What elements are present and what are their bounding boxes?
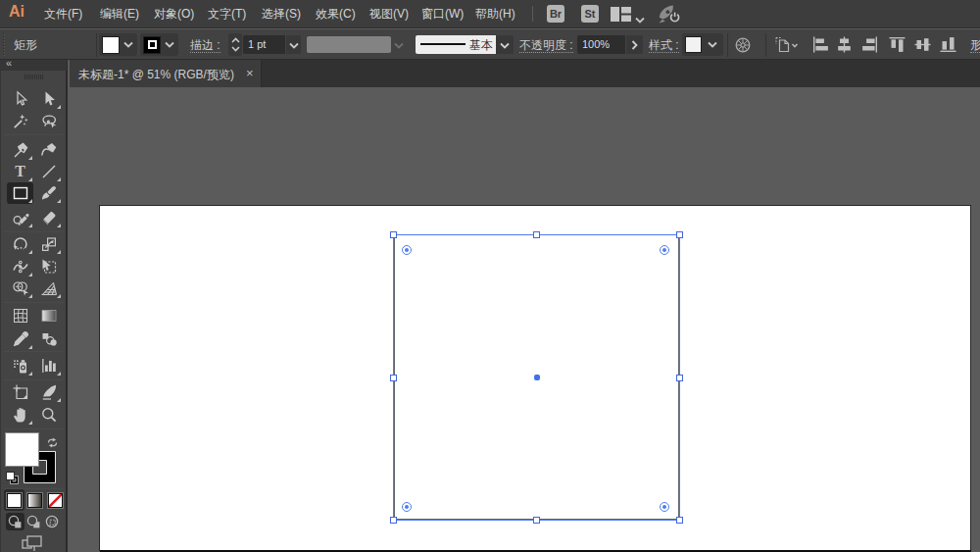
stroke-style-dropdown[interactable]: 基本: [416, 35, 496, 54]
gradient-mode-button[interactable]: [24, 489, 45, 511]
tool-slice[interactable]: [35, 381, 62, 403]
menu-window[interactable]: 窗口(W): [416, 0, 469, 27]
workspace-layout-icon[interactable]: [611, 7, 631, 25]
tool-free-transform[interactable]: [35, 256, 62, 277]
tool-shape-builder[interactable]: [7, 277, 33, 299]
menu-file[interactable]: 文件(F): [38, 0, 88, 27]
align-middle-icon[interactable]: [914, 36, 931, 57]
tool-line-segment[interactable]: [35, 161, 62, 182]
tool-type[interactable]: T: [7, 161, 33, 182]
align-top-icon[interactable]: [889, 36, 906, 57]
menu-effect[interactable]: 效果(C): [310, 0, 362, 27]
live-corner-widget-nw[interactable]: [402, 245, 412, 255]
tool-rectangle[interactable]: [7, 182, 33, 204]
align-bottom-icon[interactable]: [940, 36, 956, 57]
chevron-down-icon[interactable]: [635, 10, 645, 27]
controlbar-grip[interactable]: [3, 33, 6, 56]
selection-handle-w[interactable]: [390, 375, 397, 381]
tool-lasso[interactable]: [35, 111, 62, 132]
selection-center-point[interactable]: [534, 375, 540, 380]
selection-handle-sw[interactable]: [390, 517, 397, 524]
none-mode-button[interactable]: [45, 489, 66, 511]
tool-hand[interactable]: [7, 404, 33, 426]
default-fill-stroke-icon[interactable]: [6, 471, 19, 488]
selected-rectangle[interactable]: [394, 235, 679, 520]
selection-handle-e[interactable]: [676, 375, 683, 381]
selection-handle-se[interactable]: [676, 517, 683, 524]
align-left-icon[interactable]: [812, 36, 829, 57]
selection-handle-nw[interactable]: [390, 231, 397, 238]
stock-button[interactable]: St: [581, 5, 599, 23]
graphic-style-dropdown[interactable]: [682, 33, 723, 56]
tool-blend[interactable]: [35, 328, 62, 350]
tool-pen[interactable]: [7, 139, 33, 161]
live-corner-widget-se[interactable]: [660, 502, 669, 512]
style-swatch[interactable]: [685, 36, 702, 53]
live-corner-widget-sw[interactable]: [402, 502, 412, 512]
style-panel-link[interactable]: 样式 :: [649, 38, 679, 53]
align-to-artboard-icon[interactable]: [774, 36, 800, 58]
selection-handle-ne[interactable]: [676, 231, 683, 238]
align-center-icon[interactable]: [836, 36, 853, 57]
fill-proxy[interactable]: [6, 433, 38, 466]
opacity-panel-link[interactable]: 不透明度 :: [519, 38, 573, 53]
gpu-performance-rocket-icon[interactable]: [657, 3, 681, 28]
live-corner-widget-ne[interactable]: [660, 245, 669, 255]
fill-swatch[interactable]: [102, 36, 120, 54]
tool-curvature[interactable]: [35, 139, 62, 161]
tool-selection[interactable]: [7, 88, 33, 110]
tool-eyedropper[interactable]: [7, 328, 33, 350]
stepper-up-icon[interactable]: [231, 37, 240, 43]
tool-gradient[interactable]: [35, 305, 62, 326]
draw-inside-button[interactable]: [43, 513, 62, 530]
tool-rotate[interactable]: [7, 233, 33, 255]
fill-color-dropdown[interactable]: [99, 33, 137, 56]
stroke-style-chevron[interactable]: [496, 35, 514, 54]
swap-fill-stroke-icon[interactable]: [46, 434, 59, 452]
stroke-weight-dropdown[interactable]: [286, 35, 301, 54]
tool-eraser[interactable]: [35, 207, 62, 228]
align-right-icon[interactable]: [861, 36, 878, 57]
stroke-weight-stepper[interactable]: [228, 33, 242, 56]
selection-handle-n[interactable]: [533, 231, 540, 238]
width-profile-dropdown[interactable]: [307, 36, 391, 53]
pasteboard[interactable]: [70, 87, 980, 552]
draw-behind-button[interactable]: [24, 513, 43, 530]
tool-direct-selection[interactable]: [35, 88, 62, 110]
bridge-button[interactable]: Br: [547, 5, 564, 23]
stroke-weight-input[interactable]: 1 pt: [243, 35, 285, 54]
tools-panel-grip[interactable]: [24, 75, 43, 79]
tool-perspective-grid[interactable]: [35, 277, 62, 299]
stroke-color-dropdown[interactable]: [140, 33, 178, 56]
color-mode-button[interactable]: [4, 489, 24, 511]
tool-scale[interactable]: [35, 233, 62, 255]
app-logo[interactable]: Ai: [9, 3, 24, 21]
stroke-swatch[interactable]: [143, 36, 161, 54]
selection-handle-s[interactable]: [533, 517, 540, 524]
opacity-input[interactable]: 100%: [577, 35, 625, 54]
screen-mode-button[interactable]: [21, 535, 46, 552]
draw-normal-button[interactable]: [6, 513, 24, 530]
opacity-options-button[interactable]: [626, 35, 643, 54]
tool-mesh[interactable]: [7, 305, 33, 326]
menu-object[interactable]: 对象(O): [148, 0, 200, 27]
recolor-artwork-icon[interactable]: [735, 37, 751, 57]
tool-paintbrush[interactable]: [35, 182, 62, 204]
document-tab[interactable]: 未标题-1* @ 51% (RGB/预览) ×: [70, 60, 262, 87]
tool-symbol-sprayer[interactable]: [7, 355, 33, 376]
tool-shaper[interactable]: [7, 207, 33, 228]
tool-column-graph[interactable]: [35, 355, 62, 376]
menu-edit[interactable]: 编辑(E): [94, 0, 145, 27]
close-tab-icon[interactable]: ×: [246, 66, 254, 80]
stepper-down-icon[interactable]: [231, 46, 240, 52]
tool-zoom[interactable]: [35, 404, 62, 426]
tool-artboard[interactable]: [7, 381, 33, 403]
stroke-panel-link[interactable]: 描边 :: [190, 38, 220, 53]
menu-select[interactable]: 选择(S): [256, 0, 307, 27]
menu-view[interactable]: 视图(V): [364, 0, 415, 27]
menu-help[interactable]: 帮助(H): [469, 0, 521, 27]
shape-panel-link[interactable]: 形: [970, 38, 980, 53]
tool-width[interactable]: [7, 256, 33, 277]
menu-type[interactable]: 文字(T): [202, 0, 252, 27]
tool-magic-wand[interactable]: [7, 111, 33, 132]
